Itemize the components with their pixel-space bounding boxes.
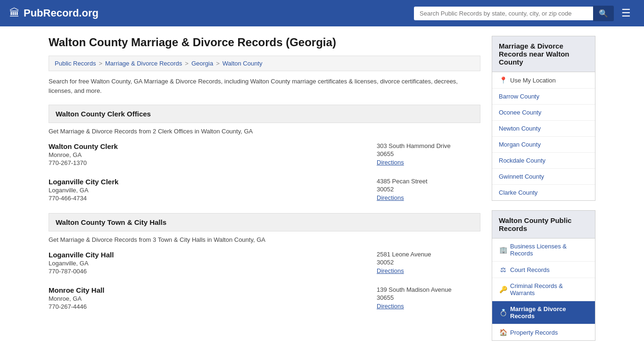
entry-address: 4385 Pecan Street bbox=[377, 178, 480, 185]
sidebar-item-clarke[interactable]: Clarke County bbox=[492, 185, 595, 200]
sidebar-item-marriage-divorce[interactable]: 💍 Marriage & Divorce Records bbox=[492, 301, 595, 324]
directions-link[interactable]: Directions bbox=[377, 267, 404, 274]
header-right: 🔍 ☰ bbox=[414, 6, 635, 21]
entry-left: Loganville City Clerk Loganville, GA 770… bbox=[49, 178, 118, 202]
sidebar-item-use-location[interactable]: 📍 Use My Location bbox=[492, 72, 595, 89]
sidebar-item-label: Marriage & Divorce Records bbox=[510, 305, 588, 320]
search-icon: 🔍 bbox=[599, 9, 608, 17]
table-row: Monroe City Hall Monroe, GA 770-267-4446… bbox=[49, 286, 480, 312]
entry-name: Loganville City Hall bbox=[49, 251, 114, 259]
clerk-offices-header: Walton County Clerk Offices bbox=[49, 105, 480, 123]
city-halls-desc: Get Marriage & Divorce Records from 3 To… bbox=[49, 236, 480, 243]
entry-right: 303 South Hammond Drive 30655 Directions bbox=[377, 142, 480, 166]
breadcrumb-sep-3: > bbox=[216, 60, 220, 67]
logo-icon: 🏛 bbox=[9, 7, 20, 19]
sidebar-item-label: Rockdale County bbox=[499, 157, 545, 164]
directions-link[interactable]: Directions bbox=[377, 194, 404, 201]
entry-address: 139 South Madison Avenue bbox=[377, 286, 480, 293]
clerk-offices-desc: Get Marriage & Divorce Records from 2 Cl… bbox=[49, 128, 480, 135]
sidebar-item-label: Property Records bbox=[510, 329, 558, 336]
sidebar-item-label: Criminal Records & Warrants bbox=[510, 282, 588, 296]
entry-phone: 770-787-0046 bbox=[49, 268, 114, 275]
entry-city: Loganville, GA bbox=[49, 187, 118, 194]
sidebar-item-label: Oconee County bbox=[499, 109, 541, 116]
entry-left: Loganville City Hall Loganville, GA 770-… bbox=[49, 251, 114, 275]
sidebar-item-property-records[interactable]: 🏠 Property Records bbox=[492, 324, 595, 340]
page-container: Walton County Marriage & Divorce Records… bbox=[39, 26, 605, 350]
breadcrumb-georgia[interactable]: Georgia bbox=[191, 60, 213, 67]
entry-zip: 30052 bbox=[377, 259, 480, 266]
main-content: Walton County Marriage & Divorce Records… bbox=[49, 36, 480, 350]
business-icon: 🏢 bbox=[499, 246, 507, 254]
criminal-icon: 🔑 bbox=[499, 286, 507, 293]
public-records-box: Walton County Public Records 🏢 Business … bbox=[492, 210, 595, 341]
entry-left: Monroe City Hall Monroe, GA 770-267-4446 bbox=[49, 286, 104, 310]
nearby-box: Marriage & Divorce Records near Walton C… bbox=[492, 36, 595, 201]
page-title: Walton County Marriage & Divorce Records… bbox=[49, 36, 480, 49]
breadcrumb-marriage-divorce[interactable]: Marriage & Divorce Records bbox=[105, 60, 182, 67]
sidebar-item-label: Barrow County bbox=[499, 93, 539, 100]
entry-city: Monroe, GA bbox=[49, 151, 118, 158]
sidebar-item-label: Use My Location bbox=[510, 77, 556, 84]
sidebar-item-court-records[interactable]: ⚖ Court Records bbox=[492, 262, 595, 278]
breadcrumb-sep-2: > bbox=[185, 60, 189, 67]
site-header: 🏛 PubRecord.org 🔍 ☰ bbox=[0, 0, 644, 26]
sidebar-item-morgan[interactable]: Morgan County bbox=[492, 137, 595, 153]
nearby-list: 📍 Use My Location Barrow County Oconee C… bbox=[492, 72, 595, 200]
logo-text: PubRecord.org bbox=[24, 7, 99, 19]
public-records-list: 🏢 Business Licenses & Records ⚖ Court Re… bbox=[492, 239, 595, 340]
entry-name: Monroe City Hall bbox=[49, 286, 104, 294]
sidebar-item-business-licenses[interactable]: 🏢 Business Licenses & Records bbox=[492, 239, 595, 262]
entry-phone: 770-267-4446 bbox=[49, 303, 104, 310]
entry-address: 303 South Hammond Drive bbox=[377, 142, 480, 149]
marriage-icon: 💍 bbox=[499, 309, 507, 316]
entry-name: Walton County Clerk bbox=[49, 142, 118, 150]
city-halls-header: Walton County Town & City Halls bbox=[49, 213, 480, 231]
search-bar: 🔍 bbox=[414, 6, 614, 21]
breadcrumb-walton-county[interactable]: Walton County bbox=[223, 60, 263, 67]
sidebar-item-newton[interactable]: Newton County bbox=[492, 121, 595, 137]
sidebar-item-label: Gwinnett County bbox=[499, 173, 544, 180]
sidebar-item-barrow[interactable]: Barrow County bbox=[492, 89, 595, 105]
entry-right: 2581 Leone Avenue 30052 Directions bbox=[377, 251, 480, 275]
sidebar-item-label: Newton County bbox=[499, 125, 541, 132]
table-row: Loganville City Hall Loganville, GA 770-… bbox=[49, 251, 480, 277]
sidebar-item-label: Clarke County bbox=[499, 189, 537, 196]
page-description: Search for free Walton County, GA Marria… bbox=[49, 77, 480, 95]
property-icon: 🏠 bbox=[499, 329, 507, 336]
entry-city: Monroe, GA bbox=[49, 295, 104, 302]
search-button[interactable]: 🔍 bbox=[593, 6, 614, 21]
entry-address: 2581 Leone Avenue bbox=[377, 251, 480, 258]
menu-button[interactable]: ☰ bbox=[618, 6, 635, 20]
entry-phone: 770-267-1370 bbox=[49, 159, 118, 166]
public-records-header: Walton County Public Records bbox=[492, 211, 595, 239]
sidebar-item-label: Business Licenses & Records bbox=[510, 243, 588, 257]
sidebar-item-label: Morgan County bbox=[499, 141, 541, 148]
table-row: Loganville City Clerk Loganville, GA 770… bbox=[49, 178, 480, 204]
court-icon: ⚖ bbox=[499, 266, 507, 273]
breadcrumb-sep-1: > bbox=[99, 60, 102, 67]
entry-zip: 30655 bbox=[377, 294, 480, 301]
sidebar-item-label: Court Records bbox=[510, 266, 550, 273]
entry-city: Loganville, GA bbox=[49, 260, 114, 267]
entry-name: Loganville City Clerk bbox=[49, 178, 118, 186]
entry-right: 139 South Madison Avenue 30655 Direction… bbox=[377, 286, 480, 310]
search-input[interactable] bbox=[414, 7, 593, 20]
nearby-header: Marriage & Divorce Records near Walton C… bbox=[492, 36, 595, 72]
location-icon: 📍 bbox=[499, 76, 507, 84]
breadcrumb: Public Records > Marriage & Divorce Reco… bbox=[49, 56, 480, 71]
entry-zip: 30052 bbox=[377, 186, 480, 193]
breadcrumb-public-records[interactable]: Public Records bbox=[55, 60, 96, 67]
entry-zip: 30655 bbox=[377, 150, 480, 157]
menu-icon: ☰ bbox=[621, 7, 631, 19]
directions-link[interactable]: Directions bbox=[377, 159, 404, 166]
directions-link[interactable]: Directions bbox=[377, 303, 404, 310]
site-logo[interactable]: 🏛 PubRecord.org bbox=[9, 7, 99, 19]
sidebar-item-criminal-records[interactable]: 🔑 Criminal Records & Warrants bbox=[492, 278, 595, 301]
sidebar-item-gwinnett[interactable]: Gwinnett County bbox=[492, 169, 595, 185]
entry-right: 4385 Pecan Street 30052 Directions bbox=[377, 178, 480, 202]
entry-phone: 770-466-4734 bbox=[49, 195, 118, 202]
entry-left: Walton County Clerk Monroe, GA 770-267-1… bbox=[49, 142, 118, 166]
sidebar-item-oconee[interactable]: Oconee County bbox=[492, 105, 595, 121]
sidebar-item-rockdale[interactable]: Rockdale County bbox=[492, 153, 595, 169]
